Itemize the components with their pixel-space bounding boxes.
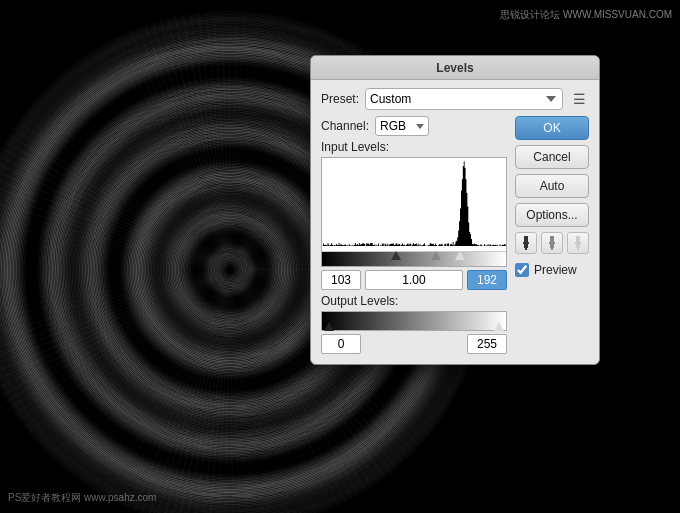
output-values-row <box>321 334 507 354</box>
dialog-body: Preset: CustomDefaultLighterDarkerIncrea… <box>311 80 599 364</box>
channel-select[interactable]: RGB Red Green Blue <box>375 116 429 136</box>
svg-rect-5 <box>549 242 555 244</box>
white-input-handle[interactable] <box>455 251 465 260</box>
cancel-button[interactable]: Cancel <box>515 145 589 169</box>
watermark-bottom: PS爱好者教程网 www.psahz.com <box>8 491 156 505</box>
dialog-titlebar: Levels <box>311 56 599 80</box>
svg-rect-2 <box>524 244 528 248</box>
svg-rect-9 <box>575 242 581 244</box>
output-section: Output Levels: <box>321 294 507 354</box>
svg-rect-0 <box>524 236 528 243</box>
levels-dialog: Levels Preset: CustomDefaultLighterDarke… <box>310 55 600 365</box>
channel-row: Channel: RGB Red Green Blue <box>321 116 507 136</box>
histogram-canvas <box>322 158 506 252</box>
output-black-handle[interactable] <box>324 322 334 331</box>
input-white-value[interactable] <box>467 270 507 290</box>
output-white-value[interactable] <box>467 334 507 354</box>
channel-label: Channel: <box>321 119 369 133</box>
histogram-box <box>321 157 507 267</box>
input-values-row <box>321 270 507 290</box>
black-input-handle[interactable] <box>391 251 401 260</box>
svg-rect-7 <box>551 248 553 250</box>
ok-button[interactable]: OK <box>515 116 589 140</box>
svg-rect-3 <box>525 248 527 250</box>
preset-menu-icon[interactable]: ☰ <box>569 89 589 109</box>
input-black-value[interactable] <box>321 270 361 290</box>
input-gamma-value[interactable] <box>365 270 463 290</box>
input-levels-label: Input Levels: <box>321 140 507 154</box>
preview-row: Preview <box>515 263 589 277</box>
main-content: Channel: RGB Red Green Blue Input Levels… <box>321 116 589 354</box>
left-panel: Channel: RGB Red Green Blue Input Levels… <box>321 116 507 354</box>
white-eyedropper-button[interactable] <box>567 232 589 254</box>
watermark-top: 思锐设计论坛 WWW.MISSVUAN.COM <box>500 8 672 22</box>
preset-label: Preset: <box>321 92 359 106</box>
right-buttons: OK Cancel Auto Options... <box>515 116 589 354</box>
gamma-handle[interactable] <box>431 251 441 260</box>
preview-checkbox[interactable] <box>515 263 529 277</box>
black-eyedropper-button[interactable] <box>515 232 537 254</box>
output-levels-label: Output Levels: <box>321 294 507 308</box>
auto-button[interactable]: Auto <box>515 174 589 198</box>
svg-rect-10 <box>576 244 580 248</box>
dialog-title: Levels <box>436 61 473 75</box>
output-white-handle[interactable] <box>494 322 504 331</box>
svg-rect-1 <box>523 242 529 244</box>
preview-label: Preview <box>534 263 577 277</box>
svg-rect-4 <box>550 236 554 243</box>
preset-row: Preset: CustomDefaultLighterDarkerIncrea… <box>321 88 589 110</box>
gray-eyedropper-button[interactable] <box>541 232 563 254</box>
preset-select[interactable]: CustomDefaultLighterDarkerIncrease Contr… <box>365 88 563 110</box>
output-black-value[interactable] <box>321 334 361 354</box>
options-button[interactable]: Options... <box>515 203 589 227</box>
eyedropper-row <box>515 232 589 254</box>
input-gradient-bar <box>322 251 506 266</box>
svg-rect-6 <box>550 244 554 248</box>
svg-rect-8 <box>576 236 580 243</box>
svg-rect-11 <box>577 248 579 250</box>
output-gradient-bar <box>321 311 507 331</box>
